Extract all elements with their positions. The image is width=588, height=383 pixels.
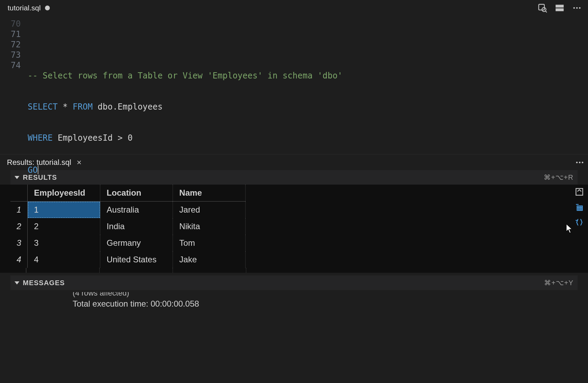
cell[interactable]: Jake — [173, 251, 246, 268]
results-side-actions — [575, 187, 584, 227]
editor-tab-bar: tutorial.sql — [0, 0, 588, 16]
cell[interactable]: 1 — [28, 202, 100, 218]
cell[interactable]: India — [100, 218, 173, 235]
line-number: 71 — [0, 29, 21, 39]
line-number: 74 — [0, 60, 21, 71]
code-comment: -- Select rows from a Table or View 'Emp… — [28, 71, 342, 81]
row-number: 2 — [10, 218, 28, 235]
line-number: 72 — [0, 39, 21, 50]
more-actions-icon[interactable] — [572, 3, 582, 13]
svg-rect-0 — [539, 4, 544, 10]
code-editor[interactable]: 70 71 72 73 74 -- Select rows from a Tab… — [0, 16, 588, 154]
rownum-header — [10, 185, 28, 202]
editor-tab-title: tutorial.sql — [8, 4, 41, 12]
line-number: 70 — [0, 19, 21, 29]
code-where: WHERE — [28, 133, 53, 143]
code-from: FROM — [73, 102, 93, 112]
row-number: 3 — [10, 235, 28, 251]
table-row[interactable]: 1 1 Australia Jared — [10, 202, 246, 218]
chevron-down-icon — [15, 281, 19, 284]
svg-point-6 — [576, 7, 578, 9]
svg-line-2 — [545, 11, 547, 12]
messages-shortcut: ⌘+⌥+Y — [544, 279, 573, 287]
results-body: EmployeesId Location Name 1 1 Australia … — [0, 185, 588, 268]
cell[interactable]: Australia — [100, 202, 173, 218]
search-overlay-icon[interactable] — [538, 3, 547, 13]
messages-exec-time: Total execution time: 00:00:00.058 — [73, 299, 588, 309]
messages-header-label: MESSAGES — [23, 279, 65, 287]
row-number: 4 — [10, 251, 28, 268]
text-caret — [38, 165, 38, 174]
code-select: SELECT — [28, 102, 58, 112]
code-table: dbo.Employees — [98, 102, 163, 112]
maximize-icon[interactable] — [575, 187, 584, 196]
editor-tab-actions — [538, 3, 585, 13]
cell[interactable]: Tom — [173, 235, 246, 251]
editor-tab[interactable]: tutorial.sql — [3, 1, 55, 15]
editor-gutter: 70 71 72 73 74 — [0, 19, 28, 154]
svg-rect-3 — [555, 5, 563, 8]
row-number: 1 — [10, 202, 28, 218]
svg-rect-12 — [577, 206, 582, 211]
table-row[interactable]: 2 2 India Nikita — [10, 218, 246, 235]
code-go: GO — [28, 165, 38, 175]
chevron-down-icon — [15, 176, 19, 179]
cell[interactable]: 4 — [28, 251, 100, 268]
column-header[interactable]: EmployeesId — [28, 185, 100, 202]
messages-section-header[interactable]: MESSAGES ⌘+⌥+Y — [10, 275, 578, 290]
cell[interactable]: 2 — [28, 218, 100, 235]
line-number: 73 — [0, 50, 21, 60]
code-where-expr: EmployeesId > 0 — [58, 133, 133, 143]
column-header[interactable]: Name — [173, 185, 246, 202]
cell[interactable]: Nikita — [173, 218, 246, 235]
messages-affected: (4 rows affected) — [73, 292, 588, 299]
cell[interactable]: 3 — [28, 235, 100, 251]
cell[interactable]: United States — [100, 251, 173, 268]
unsaved-dot-icon — [45, 6, 50, 10]
cell[interactable]: Germany — [100, 235, 173, 251]
table-row[interactable]: 4 4 United States Jake — [10, 251, 246, 268]
export-csv-icon[interactable] — [575, 203, 584, 212]
results-grid[interactable]: EmployeesId Location Name 1 1 Australia … — [10, 185, 246, 268]
svg-point-5 — [573, 7, 575, 9]
svg-rect-4 — [555, 8, 563, 11]
column-header[interactable]: Location — [100, 185, 173, 202]
table-row[interactable]: 3 3 Germany Tom — [10, 235, 246, 251]
grid-footer-strip — [0, 268, 588, 273]
code-star: * — [63, 102, 67, 112]
messages-body: (4 rows affected) Total execution time: … — [0, 290, 588, 309]
code-area[interactable]: -- Select rows from a Table or View 'Emp… — [28, 19, 588, 154]
table-header-row: EmployeesId Location Name — [10, 185, 246, 202]
export-json-icon[interactable] — [575, 218, 584, 227]
cell[interactable]: Jared — [173, 202, 246, 218]
split-editor-icon[interactable] — [555, 3, 564, 13]
svg-point-7 — [579, 7, 581, 9]
